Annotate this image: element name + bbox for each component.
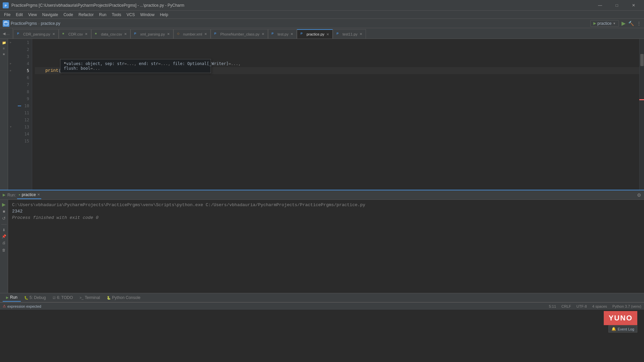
bp-13[interactable] bbox=[13, 123, 19, 130]
tab-close-icon[interactable]: ✕ bbox=[204, 32, 207, 36]
tab-cdr-parsing[interactable]: P CDR_parsing.py ✕ bbox=[13, 29, 59, 39]
bp-12[interactable] bbox=[13, 116, 19, 123]
build-button[interactable]: 🔨 bbox=[628, 21, 634, 26]
close-button[interactable]: ✕ bbox=[626, 0, 641, 11]
tab-close-icon[interactable]: ✕ bbox=[85, 32, 88, 36]
line-num-1: 1 bbox=[19, 39, 32, 46]
run-button[interactable]: ▶ bbox=[622, 20, 626, 26]
py-icon: P bbox=[134, 32, 139, 37]
tab-close-icon[interactable]: ✕ bbox=[360, 32, 362, 36]
status-python-version[interactable]: Python 3.7 (venv) bbox=[612, 304, 641, 308]
run-settings-icon[interactable]: ⚙ bbox=[637, 192, 641, 198]
line-num-6: 6 bbox=[19, 74, 32, 81]
status-indent[interactable]: 4 spaces bbox=[592, 304, 607, 308]
breadcrumb-project[interactable]: PracticePrgms bbox=[11, 21, 37, 26]
activity-structure-icon[interactable]: ≡ bbox=[2, 46, 6, 51]
bp-2[interactable] bbox=[13, 46, 19, 53]
fold-item-4[interactable]: ▶ bbox=[8, 60, 13, 67]
bp-1[interactable] bbox=[13, 39, 19, 46]
tab-close-icon[interactable]: ✕ bbox=[262, 32, 264, 36]
run-pin-button[interactable]: 📌 bbox=[2, 234, 6, 239]
status-encoding[interactable]: UTF-8 bbox=[577, 304, 587, 308]
line-num-2: 2 bbox=[19, 46, 32, 53]
bottom-tab-terminal[interactable]: >_ Terminal bbox=[76, 294, 103, 301]
bottom-tab-run[interactable]: ▶ Run bbox=[3, 294, 21, 302]
activity-favorites-icon[interactable]: ★ bbox=[2, 52, 6, 57]
fold-item-15 bbox=[8, 137, 13, 144]
tab-data-csv[interactable]: ■ data_csv.csv ✕ bbox=[91, 29, 130, 39]
maximize-button[interactable]: □ bbox=[609, 0, 625, 11]
tab-xml-parsing[interactable]: P xml_parsing.py ✕ bbox=[130, 29, 173, 39]
bp-8[interactable] bbox=[13, 88, 19, 95]
tab-test[interactable]: P test.py ✕ bbox=[268, 29, 297, 39]
more-button[interactable]: ⋮ bbox=[637, 21, 641, 26]
tab-close-icon[interactable]: ✕ bbox=[52, 32, 55, 36]
activity-project-icon[interactable]: 📁 bbox=[1, 40, 7, 45]
bottom-tab-debug[interactable]: 🐛 5: Debug bbox=[21, 294, 49, 301]
run-print-button[interactable]: 🖨 bbox=[2, 241, 6, 245]
run-scroll-end-button[interactable]: ⬇ bbox=[2, 228, 5, 232]
editor-scrollbar[interactable] bbox=[639, 39, 644, 190]
tab-number-xml[interactable]: ◇ number.xml ✕ bbox=[173, 29, 211, 39]
menu-help[interactable]: Help bbox=[157, 12, 171, 18]
menu-vcs[interactable]: VCS bbox=[124, 12, 138, 18]
tab-phone-class[interactable]: P PhoneNumber_class.py ✕ bbox=[211, 29, 268, 39]
fold-item-1[interactable]: ▶ bbox=[8, 39, 13, 46]
menu-view[interactable]: View bbox=[25, 12, 40, 18]
bp-7[interactable] bbox=[13, 81, 19, 88]
run-left-toolbar: ▶ ■ ↺ ⬇ 📌 🖨 🗑 bbox=[0, 200, 8, 293]
run-rerun-button[interactable]: ↺ bbox=[2, 216, 6, 221]
bp-4[interactable] bbox=[13, 60, 19, 67]
bp-14[interactable] bbox=[13, 130, 19, 137]
tab-close-icon[interactable]: ✕ bbox=[124, 32, 127, 36]
tab-practice[interactable]: P practice.py ✕ bbox=[297, 29, 333, 39]
run-clear-button[interactable]: 🗑 bbox=[2, 248, 6, 252]
tab-close-icon[interactable]: ✕ bbox=[290, 32, 293, 36]
bp-5[interactable] bbox=[13, 67, 19, 74]
run-stop-button[interactable]: ■ bbox=[3, 209, 5, 214]
tab-label: test.py bbox=[278, 32, 288, 36]
menu-code[interactable]: Code bbox=[61, 12, 76, 18]
bp-15[interactable] bbox=[13, 137, 19, 144]
tab-cdr-csv[interactable]: ■ CDR.csv ✕ bbox=[59, 29, 91, 39]
menu-file[interactable]: File bbox=[1, 12, 13, 18]
xml-icon: ◇ bbox=[177, 32, 182, 37]
bottom-tab-python-console[interactable]: 🐍 Python Console bbox=[103, 294, 144, 301]
tab-close-icon[interactable]: ✕ bbox=[167, 32, 170, 36]
run-active-tab[interactable]: ● practice ✕ bbox=[17, 191, 41, 199]
run-play-button[interactable]: ▶ bbox=[2, 202, 6, 207]
menu-tools[interactable]: Tools bbox=[109, 12, 124, 18]
fold-item-13[interactable]: ▼ bbox=[8, 123, 13, 130]
breadcrumb-file[interactable]: practice.py bbox=[41, 21, 60, 26]
editor-area[interactable]: *values: object, sep: str=..., end: str=… bbox=[8, 39, 644, 190]
debug-icon: 🐛 bbox=[24, 296, 28, 300]
line-num-13: 13 bbox=[19, 123, 32, 130]
bottom-tab-todo[interactable]: ☑ 6: TODO bbox=[49, 294, 76, 301]
status-line-ending[interactable]: CRLF bbox=[561, 304, 571, 308]
bp-11[interactable] bbox=[13, 109, 19, 116]
event-log-button[interactable]: 🔔 Event Log bbox=[608, 325, 637, 333]
tab-close-icon[interactable]: ✕ bbox=[326, 33, 329, 36]
menu-navigate[interactable]: Navigate bbox=[40, 12, 61, 18]
status-position[interactable]: 5:11 bbox=[549, 304, 556, 308]
fold-item-5[interactable]: ▶ bbox=[8, 67, 13, 74]
code-line-15 bbox=[35, 137, 639, 144]
bp-3[interactable] bbox=[13, 53, 19, 60]
menu-edit[interactable]: Edit bbox=[13, 12, 25, 18]
minimize-button[interactable]: — bbox=[592, 0, 608, 11]
menu-refactor[interactable]: Refactor bbox=[76, 12, 96, 18]
scrollbar-thumb[interactable] bbox=[640, 54, 644, 66]
tab-test11[interactable]: P test11.py ✕ bbox=[333, 29, 366, 39]
line-num-10: 10 bbox=[19, 102, 32, 109]
fold-item-8 bbox=[8, 88, 13, 95]
bp-6[interactable] bbox=[13, 74, 19, 81]
bp-9[interactable] bbox=[13, 95, 19, 102]
fold-gutter: ▶ ▶ ▶ ▼ bbox=[8, 39, 13, 190]
line-num-4: 4 bbox=[19, 60, 32, 67]
menu-run[interactable]: Run bbox=[96, 12, 109, 18]
run-tab-close[interactable]: ✕ bbox=[37, 193, 40, 196]
menu-window[interactable]: Window bbox=[138, 12, 157, 18]
run-config-dropdown[interactable]: ▶ practice ▼ bbox=[590, 20, 619, 27]
tab-scroll-left[interactable]: ◀ … bbox=[0, 28, 13, 39]
line-numbers: 1 2 3 4 5 6 7 8 9 10 11 12 13 14 15 bbox=[19, 39, 32, 190]
